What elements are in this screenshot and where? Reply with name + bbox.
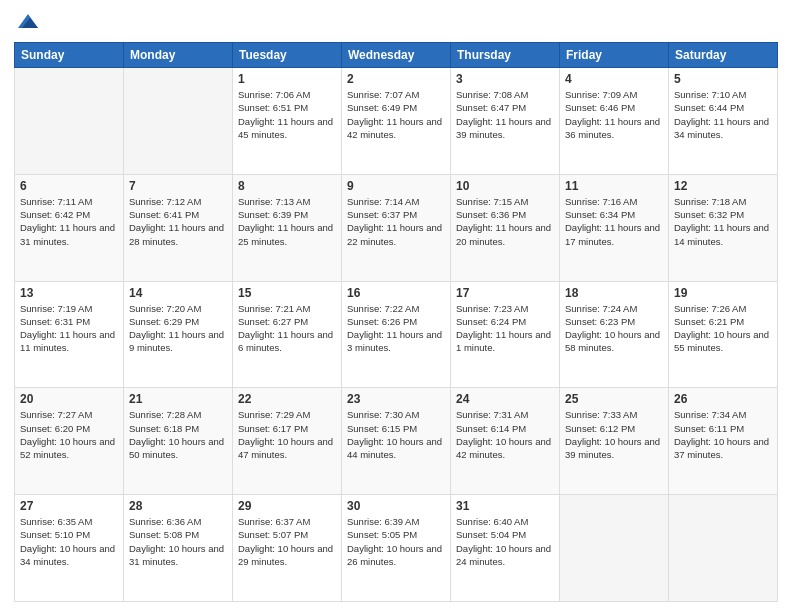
day-info: Sunrise: 7:22 AMSunset: 6:26 PMDaylight:… — [347, 302, 445, 355]
day-info: Sunrise: 7:19 AMSunset: 6:31 PMDaylight:… — [20, 302, 118, 355]
col-saturday: Saturday — [669, 43, 778, 68]
table-row: 24Sunrise: 7:31 AMSunset: 6:14 PMDayligh… — [451, 388, 560, 495]
day-info: Sunrise: 6:36 AMSunset: 5:08 PMDaylight:… — [129, 515, 227, 568]
table-row: 30Sunrise: 6:39 AMSunset: 5:05 PMDayligh… — [342, 495, 451, 602]
header — [14, 10, 778, 34]
day-info: Sunrise: 7:13 AMSunset: 6:39 PMDaylight:… — [238, 195, 336, 248]
day-number: 7 — [129, 179, 227, 193]
table-row: 22Sunrise: 7:29 AMSunset: 6:17 PMDayligh… — [233, 388, 342, 495]
day-number: 17 — [456, 286, 554, 300]
table-row: 27Sunrise: 6:35 AMSunset: 5:10 PMDayligh… — [15, 495, 124, 602]
day-number: 1 — [238, 72, 336, 86]
table-row: 1Sunrise: 7:06 AMSunset: 6:51 PMDaylight… — [233, 68, 342, 175]
table-row — [560, 495, 669, 602]
col-thursday: Thursday — [451, 43, 560, 68]
day-info: Sunrise: 7:11 AMSunset: 6:42 PMDaylight:… — [20, 195, 118, 248]
table-row: 2Sunrise: 7:07 AMSunset: 6:49 PMDaylight… — [342, 68, 451, 175]
day-info: Sunrise: 7:15 AMSunset: 6:36 PMDaylight:… — [456, 195, 554, 248]
table-row: 20Sunrise: 7:27 AMSunset: 6:20 PMDayligh… — [15, 388, 124, 495]
day-number: 18 — [565, 286, 663, 300]
calendar-header-row: Sunday Monday Tuesday Wednesday Thursday… — [15, 43, 778, 68]
table-row: 16Sunrise: 7:22 AMSunset: 6:26 PMDayligh… — [342, 281, 451, 388]
day-number: 3 — [456, 72, 554, 86]
col-tuesday: Tuesday — [233, 43, 342, 68]
day-number: 13 — [20, 286, 118, 300]
day-number: 21 — [129, 392, 227, 406]
table-row: 14Sunrise: 7:20 AMSunset: 6:29 PMDayligh… — [124, 281, 233, 388]
day-number: 6 — [20, 179, 118, 193]
day-number: 28 — [129, 499, 227, 513]
day-number: 14 — [129, 286, 227, 300]
day-number: 24 — [456, 392, 554, 406]
day-number: 23 — [347, 392, 445, 406]
col-monday: Monday — [124, 43, 233, 68]
day-info: Sunrise: 7:26 AMSunset: 6:21 PMDaylight:… — [674, 302, 772, 355]
calendar-week-row: 20Sunrise: 7:27 AMSunset: 6:20 PMDayligh… — [15, 388, 778, 495]
day-info: Sunrise: 7:24 AMSunset: 6:23 PMDaylight:… — [565, 302, 663, 355]
day-number: 9 — [347, 179, 445, 193]
calendar-week-row: 13Sunrise: 7:19 AMSunset: 6:31 PMDayligh… — [15, 281, 778, 388]
day-info: Sunrise: 7:34 AMSunset: 6:11 PMDaylight:… — [674, 408, 772, 461]
table-row: 18Sunrise: 7:24 AMSunset: 6:23 PMDayligh… — [560, 281, 669, 388]
col-wednesday: Wednesday — [342, 43, 451, 68]
day-number: 10 — [456, 179, 554, 193]
table-row: 3Sunrise: 7:08 AMSunset: 6:47 PMDaylight… — [451, 68, 560, 175]
table-row: 21Sunrise: 7:28 AMSunset: 6:18 PMDayligh… — [124, 388, 233, 495]
col-sunday: Sunday — [15, 43, 124, 68]
page: Sunday Monday Tuesday Wednesday Thursday… — [0, 0, 792, 612]
day-number: 16 — [347, 286, 445, 300]
table-row: 28Sunrise: 6:36 AMSunset: 5:08 PMDayligh… — [124, 495, 233, 602]
day-info: Sunrise: 7:14 AMSunset: 6:37 PMDaylight:… — [347, 195, 445, 248]
day-info: Sunrise: 7:23 AMSunset: 6:24 PMDaylight:… — [456, 302, 554, 355]
table-row — [669, 495, 778, 602]
day-info: Sunrise: 7:27 AMSunset: 6:20 PMDaylight:… — [20, 408, 118, 461]
table-row: 25Sunrise: 7:33 AMSunset: 6:12 PMDayligh… — [560, 388, 669, 495]
table-row: 6Sunrise: 7:11 AMSunset: 6:42 PMDaylight… — [15, 174, 124, 281]
table-row: 8Sunrise: 7:13 AMSunset: 6:39 PMDaylight… — [233, 174, 342, 281]
logo — [14, 10, 40, 34]
table-row: 15Sunrise: 7:21 AMSunset: 6:27 PMDayligh… — [233, 281, 342, 388]
table-row: 12Sunrise: 7:18 AMSunset: 6:32 PMDayligh… — [669, 174, 778, 281]
day-info: Sunrise: 6:35 AMSunset: 5:10 PMDaylight:… — [20, 515, 118, 568]
logo-area — [14, 10, 40, 34]
day-number: 30 — [347, 499, 445, 513]
table-row — [124, 68, 233, 175]
day-number: 5 — [674, 72, 772, 86]
calendar-week-row: 27Sunrise: 6:35 AMSunset: 5:10 PMDayligh… — [15, 495, 778, 602]
calendar-week-row: 1Sunrise: 7:06 AMSunset: 6:51 PMDaylight… — [15, 68, 778, 175]
table-row — [15, 68, 124, 175]
day-number: 26 — [674, 392, 772, 406]
table-row: 29Sunrise: 6:37 AMSunset: 5:07 PMDayligh… — [233, 495, 342, 602]
table-row: 23Sunrise: 7:30 AMSunset: 6:15 PMDayligh… — [342, 388, 451, 495]
day-info: Sunrise: 7:07 AMSunset: 6:49 PMDaylight:… — [347, 88, 445, 141]
day-info: Sunrise: 7:21 AMSunset: 6:27 PMDaylight:… — [238, 302, 336, 355]
table-row: 19Sunrise: 7:26 AMSunset: 6:21 PMDayligh… — [669, 281, 778, 388]
day-info: Sunrise: 6:37 AMSunset: 5:07 PMDaylight:… — [238, 515, 336, 568]
day-info: Sunrise: 7:08 AMSunset: 6:47 PMDaylight:… — [456, 88, 554, 141]
day-info: Sunrise: 7:12 AMSunset: 6:41 PMDaylight:… — [129, 195, 227, 248]
day-number: 20 — [20, 392, 118, 406]
col-friday: Friday — [560, 43, 669, 68]
day-info: Sunrise: 7:30 AMSunset: 6:15 PMDaylight:… — [347, 408, 445, 461]
table-row: 10Sunrise: 7:15 AMSunset: 6:36 PMDayligh… — [451, 174, 560, 281]
table-row: 31Sunrise: 6:40 AMSunset: 5:04 PMDayligh… — [451, 495, 560, 602]
day-info: Sunrise: 6:39 AMSunset: 5:05 PMDaylight:… — [347, 515, 445, 568]
table-row: 13Sunrise: 7:19 AMSunset: 6:31 PMDayligh… — [15, 281, 124, 388]
table-row: 11Sunrise: 7:16 AMSunset: 6:34 PMDayligh… — [560, 174, 669, 281]
day-info: Sunrise: 7:06 AMSunset: 6:51 PMDaylight:… — [238, 88, 336, 141]
day-number: 31 — [456, 499, 554, 513]
day-info: Sunrise: 7:10 AMSunset: 6:44 PMDaylight:… — [674, 88, 772, 141]
day-info: Sunrise: 7:28 AMSunset: 6:18 PMDaylight:… — [129, 408, 227, 461]
table-row: 5Sunrise: 7:10 AMSunset: 6:44 PMDaylight… — [669, 68, 778, 175]
day-number: 15 — [238, 286, 336, 300]
logo-icon — [16, 10, 40, 34]
day-info: Sunrise: 7:20 AMSunset: 6:29 PMDaylight:… — [129, 302, 227, 355]
day-number: 22 — [238, 392, 336, 406]
day-number: 27 — [20, 499, 118, 513]
day-info: Sunrise: 6:40 AMSunset: 5:04 PMDaylight:… — [456, 515, 554, 568]
day-number: 29 — [238, 499, 336, 513]
table-row: 4Sunrise: 7:09 AMSunset: 6:46 PMDaylight… — [560, 68, 669, 175]
day-number: 11 — [565, 179, 663, 193]
day-info: Sunrise: 7:16 AMSunset: 6:34 PMDaylight:… — [565, 195, 663, 248]
table-row: 26Sunrise: 7:34 AMSunset: 6:11 PMDayligh… — [669, 388, 778, 495]
